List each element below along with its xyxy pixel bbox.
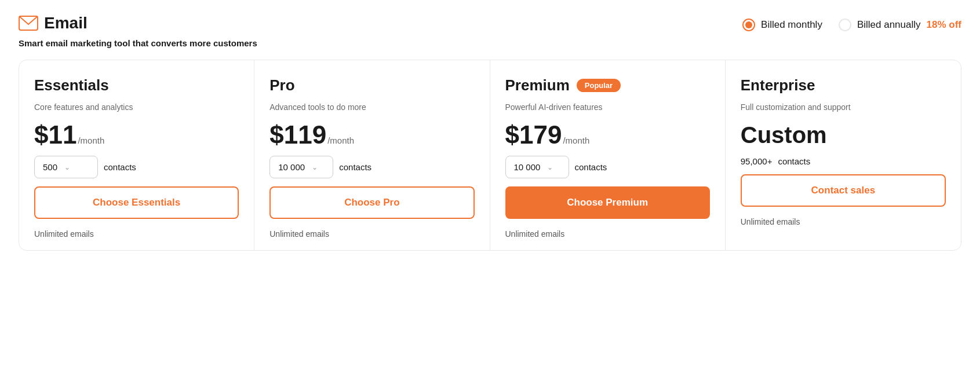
plan-price-premium: $179 xyxy=(505,122,562,148)
unlimited-label-premium: Unlimited emails xyxy=(505,229,710,239)
plan-desc-pro: Advanced tools to do more xyxy=(269,102,474,114)
contacts-value-essentials: 500 xyxy=(43,162,57,172)
unlimited-label-essentials: Unlimited emails xyxy=(34,229,239,239)
contacts-value-enterprise: 95,000+ xyxy=(741,156,773,166)
billing-monthly-radio-dot xyxy=(745,21,752,28)
contacts-value-premium: 10 000 xyxy=(514,162,541,172)
page-header: Email Smart email marketing tool that co… xyxy=(19,14,961,48)
plan-price-row-pro: $119 /month xyxy=(269,122,474,148)
plan-name-essentials: Essentials xyxy=(34,76,109,94)
billing-annually-off: 18% off xyxy=(927,19,961,31)
plan-price-essentials: $11 xyxy=(34,122,76,148)
app-title: Email xyxy=(44,14,88,32)
chevron-down-icon-essentials: ⌄ xyxy=(64,163,70,171)
plan-desc-enterprise: Full customization and support xyxy=(741,102,946,114)
plan-price-enterprise: Custom xyxy=(741,122,827,148)
contacts-row-enterprise: 95,000+ contacts xyxy=(741,156,946,166)
plan-price-pro: $119 xyxy=(269,122,326,148)
plan-essentials: Essentials Core features and analytics $… xyxy=(19,60,254,250)
billing-monthly-option[interactable]: Billed monthly xyxy=(742,19,822,31)
plan-period-essentials: /month xyxy=(78,135,104,145)
plan-price-row-essentials: $11 /month xyxy=(34,122,239,148)
chevron-down-icon-premium: ⌄ xyxy=(547,163,553,171)
app-subtitle: Smart email marketing tool that converts… xyxy=(19,38,257,48)
billing-annually-label: Billed annually xyxy=(857,19,921,31)
plan-name-row-premium: Premium Popular xyxy=(505,76,710,94)
unlimited-label-enterprise: Unlimited emails xyxy=(741,217,946,226)
popular-badge-premium: Popular xyxy=(577,79,621,92)
cta-button-enterprise[interactable]: Contact sales xyxy=(741,174,946,207)
plan-name-enterprise: Enterprise xyxy=(741,76,815,94)
cta-button-premium[interactable]: Choose Premium xyxy=(505,186,710,219)
plan-desc-premium: Powerful AI-driven features xyxy=(505,102,710,114)
billing-toggle[interactable]: Billed monthly Billed annually 18% off xyxy=(742,14,961,31)
plan-price-row-enterprise: Custom xyxy=(741,122,946,148)
brand-title: Email xyxy=(19,14,257,32)
plan-enterprise: Enterprise Full customization and suppor… xyxy=(726,60,961,250)
chevron-down-icon-pro: ⌄ xyxy=(312,163,318,171)
brand-section: Email Smart email marketing tool that co… xyxy=(19,14,257,48)
plan-desc-essentials: Core features and analytics xyxy=(34,102,239,114)
plan-pro: Pro Advanced tools to do more $119 /mont… xyxy=(254,60,490,250)
plans-grid: Essentials Core features and analytics $… xyxy=(19,60,961,251)
contacts-label-essentials: contacts xyxy=(104,162,136,172)
email-icon xyxy=(19,16,38,31)
contacts-label-premium: contacts xyxy=(575,162,607,172)
contacts-select-premium[interactable]: 10 000 ⌄ xyxy=(505,156,569,178)
cta-button-pro[interactable]: Choose Pro xyxy=(269,186,474,219)
contacts-label-enterprise: contacts xyxy=(778,156,810,166)
contacts-row-pro: 10 000 ⌄ contacts xyxy=(269,156,474,178)
plan-name-row-pro: Pro xyxy=(269,76,474,94)
billing-annually-option[interactable]: Billed annually 18% off xyxy=(839,19,961,31)
billing-monthly-label: Billed monthly xyxy=(761,19,822,31)
unlimited-label-pro: Unlimited emails xyxy=(269,229,474,239)
billing-monthly-radio[interactable] xyxy=(742,19,755,31)
cta-button-essentials[interactable]: Choose Essentials xyxy=(34,186,239,219)
plan-name-premium: Premium xyxy=(505,76,570,94)
plan-period-pro: /month xyxy=(327,135,354,145)
contacts-row-essentials: 500 ⌄ contacts xyxy=(34,156,239,178)
contacts-row-premium: 10 000 ⌄ contacts xyxy=(505,156,710,178)
contacts-label-pro: contacts xyxy=(339,162,371,172)
plan-price-row-premium: $179 /month xyxy=(505,122,710,148)
contacts-select-essentials[interactable]: 500 ⌄ xyxy=(34,156,98,178)
plan-name-pro: Pro xyxy=(269,76,294,94)
contacts-value-pro: 10 000 xyxy=(278,162,305,172)
plan-name-row-enterprise: Enterprise xyxy=(741,76,946,94)
billing-annually-radio[interactable] xyxy=(839,19,851,31)
plan-name-row-essentials: Essentials xyxy=(34,76,239,94)
contacts-select-pro[interactable]: 10 000 ⌄ xyxy=(269,156,333,178)
plan-period-premium: /month xyxy=(563,135,589,145)
plan-premium: Premium Popular Powerful AI-driven featu… xyxy=(490,60,726,250)
